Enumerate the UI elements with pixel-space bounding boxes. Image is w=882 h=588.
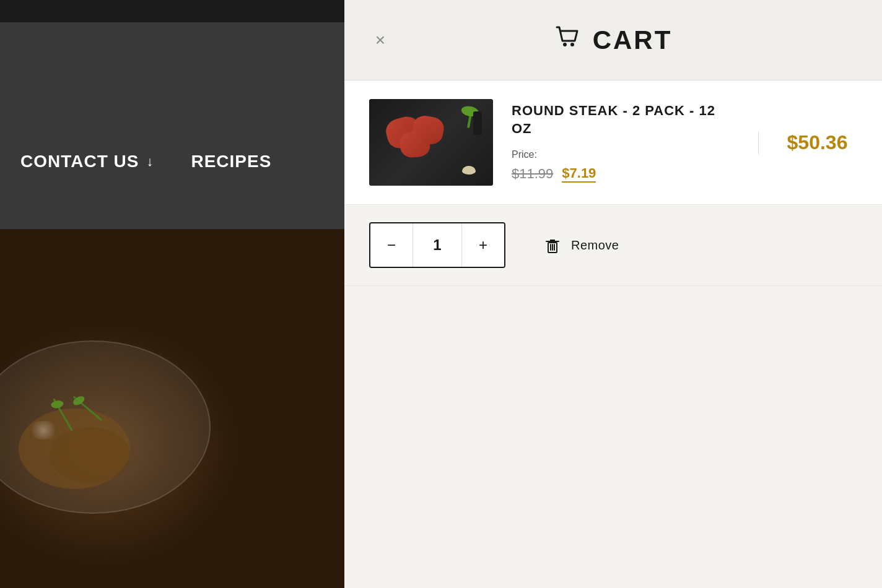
contact-us-arrow-icon: ↓ [146,153,154,170]
nav-items: CONTACT US ↓ RECIPES [20,152,271,171]
cart-header: × CART [344,0,882,80]
item-details: ROUND STEAK - 2 PACK - 12 OZ Price: $11.… [512,102,740,182]
recipes-label: RECIPES [191,152,271,171]
steak-piece-3 [399,130,430,158]
close-button[interactable]: × [369,29,391,51]
salt-bowl-image [462,166,476,175]
left-panel: CONTACT US ↓ RECIPES [0,0,344,588]
food-background [0,229,344,588]
food-image-area [0,229,344,588]
nav-area: CONTACT US ↓ RECIPES [0,22,344,251]
food-blob-2 [50,427,130,483]
svg-point-0 [563,43,567,46]
svg-point-1 [570,43,574,46]
contact-us-nav-item[interactable]: CONTACT US ↓ [20,152,154,171]
pepper-grinder-image [473,111,482,135]
price-row: $11.99 $7.19 [512,165,727,183]
item-name: ROUND STEAK - 2 PACK - 12 OZ [512,102,727,137]
trash-icon [543,235,562,255]
cart-title-area: CART [554,24,673,57]
quantity-increase-button[interactable]: + [462,223,504,267]
cart-svg [554,24,582,51]
remove-label: Remove [571,238,619,253]
price-label: Price: [512,149,727,160]
cart-icon [554,24,582,57]
item-total: $50.36 [758,131,857,154]
cart-item-section: ROUND STEAK - 2 PACK - 12 OZ Price: $11.… [344,80,882,205]
herb-garnish-image [467,106,473,128]
quantity-section: − 1 + Remove [344,205,882,286]
food-items [12,384,198,508]
sale-price: $7.19 [562,165,596,183]
product-image-container [369,99,493,186]
contact-us-label: CONTACT US [20,152,139,171]
powder-dots [25,421,62,439]
cart-item-row: ROUND STEAK - 2 PACK - 12 OZ Price: $11.… [344,80,882,204]
remove-button[interactable]: Remove [543,235,619,255]
quantity-display: 1 [413,223,462,267]
quantity-controls: − 1 + [369,222,505,268]
cart-title: CART [593,25,673,55]
original-price: $11.99 [512,166,553,182]
total-price: $50.36 [787,131,848,153]
steak-image [369,99,493,186]
recipes-nav-item[interactable]: RECIPES [191,152,271,171]
quantity-decrease-button[interactable]: − [370,223,413,267]
top-bar [0,0,344,22]
right-panel: × CART [344,0,882,588]
